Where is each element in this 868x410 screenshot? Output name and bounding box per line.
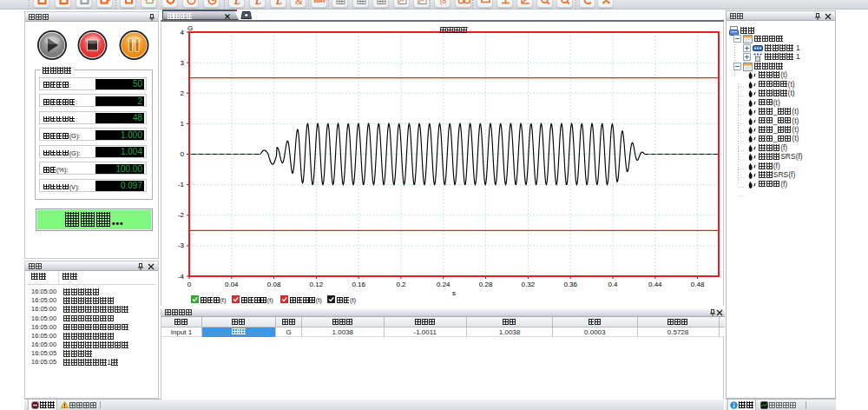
svg-text:1: 1 (181, 120, 185, 128)
svg-text:L: L (275, 0, 282, 7)
svg-text:3: 3 (181, 59, 185, 67)
svg-text:L: L (254, 0, 261, 7)
svg-text:0.24: 0.24 (437, 281, 450, 288)
svg-text:-2: -2 (178, 211, 185, 219)
svg-text:0.32: 0.32 (522, 281, 536, 288)
svg-text:0.48: 0.48 (691, 281, 705, 288)
svg-text:0: 0 (187, 281, 192, 288)
svg-text:0.16: 0.16 (352, 281, 365, 288)
svg-text:s: s (452, 289, 456, 297)
svg-text:0.08: 0.08 (267, 281, 281, 288)
svg-text:&: & (295, 0, 303, 6)
svg-text:4: 4 (181, 29, 185, 36)
svg-text:-3: -3 (178, 241, 185, 249)
svg-text:0.12: 0.12 (310, 281, 324, 288)
svg-text:0: 0 (181, 150, 185, 158)
svg-text:-1: -1 (178, 181, 185, 188)
svg-text:0.44: 0.44 (648, 281, 662, 288)
svg-text:0.2: 0.2 (396, 281, 406, 288)
svg-text:0.04: 0.04 (225, 281, 239, 288)
svg-text:0.36: 0.36 (563, 281, 577, 288)
svg-text:0.4: 0.4 (608, 281, 618, 288)
svg-text:(8: (8 (440, 0, 447, 5)
svg-text:0.28: 0.28 (479, 281, 493, 288)
svg-text:-4: -4 (178, 273, 185, 281)
svg-text:WAV: WAV (313, 0, 326, 3)
svg-text:2: 2 (181, 89, 185, 97)
svg-text:L: L (233, 0, 240, 7)
